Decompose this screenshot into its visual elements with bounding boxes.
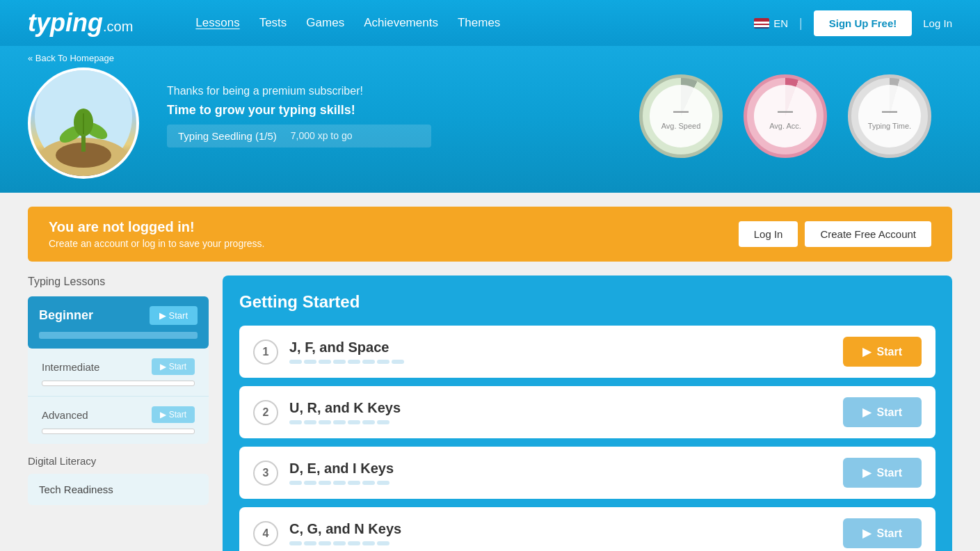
lesson-4-start-button[interactable]: ▶ Start: [843, 518, 922, 548]
login-link[interactable]: Log In: [923, 17, 952, 29]
plant-illustration: [35, 68, 132, 176]
lesson-3-left: 3 D, E, and I Keys: [253, 461, 394, 486]
lesson-3-start-button[interactable]: ▶ Start: [843, 458, 922, 488]
main-nav: Lessons Tests Games Achievements Themes: [195, 16, 754, 30]
intermediate-group: Intermediate ▶ Start: [28, 349, 209, 397]
language-selector[interactable]: EN: [754, 17, 788, 29]
lesson-item-3: 3 D, E, and I Keys: [239, 447, 935, 499]
sidebar-title: Typing Lessons: [28, 276, 209, 288]
signup-button[interactable]: Sign Up Free!: [814, 10, 913, 36]
lesson-1-num: 1: [253, 340, 278, 365]
grow-text: Time to grow your typing skills!: [167, 103, 639, 118]
dot: [377, 360, 389, 364]
sidebar: Typing Lessons Beginner ▶ Start Intermed…: [28, 276, 209, 551]
lesson-2-inner: U, R, and K Keys: [289, 400, 401, 424]
lang-label: EN: [773, 17, 788, 29]
advanced-header: Advanced ▶ Start: [42, 406, 195, 423]
dot: [289, 481, 302, 485]
advanced-progress: [42, 429, 195, 434]
time-stat: — Typing Time.: [848, 74, 931, 158]
dot: [362, 481, 375, 485]
nav-right: EN | Sign Up Free! Log In: [754, 10, 952, 36]
nav-divider: |: [799, 16, 803, 31]
beginner-group: Beginner ▶ Start: [28, 296, 209, 349]
nav-themes[interactable]: Themes: [458, 16, 500, 30]
dot: [377, 420, 389, 424]
nav-games[interactable]: Games: [306, 16, 344, 30]
stats-area: — Avg. Speed — Avg. Acc. —: [639, 74, 952, 158]
lesson-3-dots: [289, 481, 394, 485]
lesson-4-num: 4: [253, 521, 278, 546]
nav-lessons[interactable]: Lessons: [195, 16, 239, 30]
speed-label: Avg. Speed: [661, 122, 701, 130]
intermediate-label: Intermediate: [42, 361, 99, 373]
dot: [289, 541, 302, 545]
lesson-3-name: D, E, and I Keys: [289, 461, 394, 477]
dot: [377, 541, 389, 545]
dot: [304, 541, 316, 545]
nav-achievements[interactable]: Achievements: [364, 16, 438, 30]
lesson-1-start-button[interactable]: ▶ Start: [843, 337, 922, 367]
rank-bar: Typing Seedling (1/5) 7,000 xp to go: [167, 125, 431, 147]
lesson-item-1: 1 J, F, and Space: [239, 326, 935, 378]
beginner-progress-container: [39, 332, 198, 339]
dot: [319, 541, 331, 545]
banner-text: You are not logged in! Create an account…: [49, 219, 265, 249]
digital-title: Digital Literacy: [28, 455, 209, 467]
site-logo[interactable]: typing.com: [28, 8, 133, 38]
banner-subtitle: Create an account or log in to save your…: [49, 238, 265, 249]
dot: [319, 420, 331, 424]
advanced-start-button[interactable]: ▶ Start: [152, 406, 195, 423]
beginner-label: Beginner: [39, 308, 93, 323]
dot: [304, 420, 316, 424]
lesson-2-dots: [289, 420, 401, 424]
acc-stat: — Avg. Acc.: [744, 74, 827, 158]
beginner-start-button[interactable]: ▶ Start: [150, 306, 198, 325]
lesson-1-dots: [289, 360, 404, 364]
banner-title: You are not logged in!: [49, 219, 265, 235]
dot: [333, 541, 346, 545]
dot: [319, 481, 331, 485]
lesson-4-dots: [289, 541, 401, 545]
beginner-header: Beginner ▶ Start: [39, 306, 198, 325]
acc-value: —: [778, 102, 793, 120]
banner-create-button[interactable]: Create Free Account: [805, 221, 931, 247]
dot: [348, 420, 360, 424]
panel-title: Getting Started: [239, 292, 935, 312]
back-link[interactable]: « Back To Homepage: [28, 53, 114, 63]
lesson-1-left: 1 J, F, and Space: [253, 340, 404, 365]
dot: [362, 360, 375, 364]
xp-text: 7,000 xp to go: [291, 130, 353, 141]
intermediate-start-button[interactable]: ▶ Start: [152, 358, 195, 375]
lesson-2-start-button[interactable]: ▶ Start: [843, 397, 922, 427]
lesson-2-left: 2 U, R, and K Keys: [253, 400, 401, 425]
time-label: Typing Time.: [868, 122, 911, 130]
dot: [333, 420, 346, 424]
main-content: You are not logged in! Create an account…: [0, 193, 980, 551]
nav-tests[interactable]: Tests: [259, 16, 287, 30]
dot: [348, 481, 360, 485]
intermediate-header: Intermediate ▶ Start: [42, 358, 195, 375]
lesson-2-num: 2: [253, 400, 278, 425]
tech-label: Tech Readiness: [39, 484, 113, 495]
speed-value: —: [673, 102, 689, 120]
dot: [362, 420, 375, 424]
lesson-3-inner: D, E, and I Keys: [289, 461, 394, 485]
sub-groups: Intermediate ▶ Start Advanced ▶ Start: [28, 349, 209, 444]
avatar: [28, 67, 139, 179]
dot: [348, 360, 360, 364]
tech-readiness-group: Tech Readiness: [28, 474, 209, 505]
lesson-item-2: 2 U, R, and K Keys: [239, 386, 935, 438]
dot: [348, 541, 360, 545]
columns: Typing Lessons Beginner ▶ Start Intermed…: [28, 276, 952, 551]
acc-label: Avg. Acc.: [769, 122, 801, 130]
lesson-1-name: J, F, and Space: [289, 340, 404, 356]
flag-icon: [754, 18, 769, 29]
banner-login-button[interactable]: Log In: [739, 221, 798, 247]
dot: [333, 360, 346, 364]
dot: [377, 481, 389, 485]
intermediate-progress: [42, 381, 195, 386]
advanced-group: Advanced ▶ Start: [28, 397, 209, 444]
dot: [392, 360, 404, 364]
dot: [333, 481, 346, 485]
